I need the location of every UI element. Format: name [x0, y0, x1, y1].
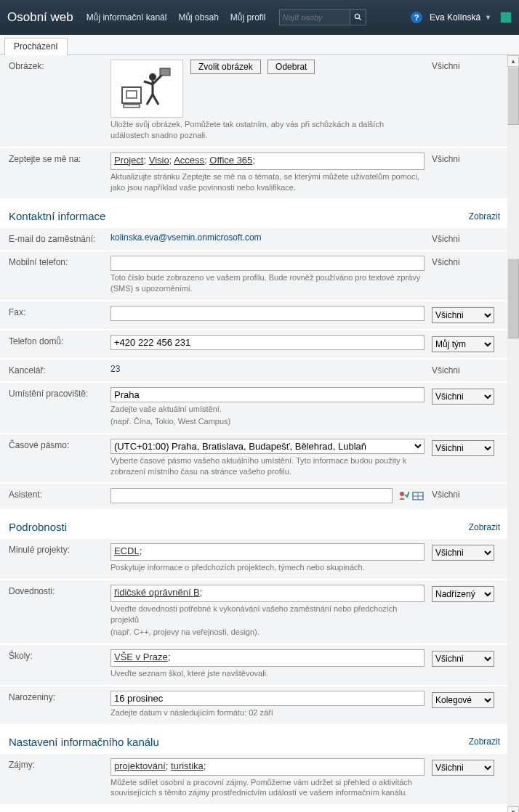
svg-rect-2: [122, 87, 141, 103]
office-value: 23: [110, 364, 120, 374]
row-skills: Dovednosti: řidičské oprávnění B; Uveďte…: [0, 580, 507, 643]
section-contact-info: Kontaktní informace Zobrazit: [0, 200, 507, 228]
mobile-phone-input[interactable]: [110, 256, 425, 271]
svg-point-12: [400, 492, 404, 496]
assistant-input[interactable]: [110, 488, 393, 503]
privacy-static: Všichni: [432, 153, 500, 164]
field-label: Školy:: [9, 649, 110, 661]
check-names-icon[interactable]: [397, 490, 410, 503]
fax-input[interactable]: [110, 306, 425, 321]
privacy-select[interactable]: Všichni: [432, 760, 494, 776]
interests-input[interactable]: projektování; turistika;: [110, 758, 425, 776]
scroll-down-icon[interactable]: ▼: [507, 806, 519, 812]
help-text: Zadejte datum v následujícím formátu: 02…: [110, 707, 425, 718]
privacy-select[interactable]: Všichni: [432, 545, 494, 561]
section-title: Nastavení informačního kanálu: [9, 736, 159, 748]
ask-me-input[interactable]: Project; Visio; Access; Office 365;: [110, 153, 425, 170]
help-text: Zadejte vaše aktuální umístění.: [110, 404, 425, 415]
field-label: E-mail do zaměstnání:: [9, 232, 110, 244]
row-email-notifications: E-mailová oznámení: Upozorňovat, když ně…: [0, 805, 507, 812]
top-navigation-bar: Osobní web Můj informační kanál Můj obsa…: [0, 0, 519, 35]
help-text: (např. C++, projevy na veřejnosti, desig…: [110, 627, 425, 638]
nav-my-feed[interactable]: Můj informační kanál: [86, 12, 167, 23]
svg-point-0: [355, 14, 359, 18]
show-link[interactable]: Zobrazit: [469, 736, 500, 747]
field-label: Obrázek:: [9, 60, 110, 71]
scroll-thumb[interactable]: [507, 67, 519, 125]
field-label: Zeptejte se mě na:: [9, 153, 110, 164]
schools-input[interactable]: VŠE v Praze;: [110, 649, 425, 667]
row-office: Kancelář: 23 Všichni: [0, 360, 507, 381]
home-phone-input[interactable]: [110, 335, 425, 350]
privacy-select[interactable]: Všichni: [432, 307, 494, 323]
choose-picture-button[interactable]: Zvolit obrázek: [190, 60, 261, 74]
svg-rect-4: [124, 105, 140, 107]
remove-picture-button[interactable]: Odebrat: [267, 60, 315, 74]
help-text: Můžete sdílet osobní a pracovní zájmy. P…: [110, 777, 425, 799]
privacy-select[interactable]: Nadřízený: [432, 586, 494, 602]
field-label: Kancelář:: [9, 364, 110, 375]
svg-rect-3: [126, 91, 137, 98]
vertical-scrollbar[interactable]: ▲ ▼: [507, 55, 519, 812]
email-link[interactable]: kolinska.eva@vsemin.onmicrosoft.com: [110, 232, 262, 243]
privacy-static: Všichni: [432, 60, 500, 71]
row-past-projects: Minulé projekty: ECDL; Poskytuje informa…: [0, 539, 507, 579]
field-label: Umístění pracoviště:: [9, 387, 110, 399]
help-icon[interactable]: ?: [411, 12, 422, 23]
row-birthday: Narozeniny: Zadejte datum v následujícím…: [0, 686, 507, 724]
section-details: Podrobnosti Zobrazit: [0, 511, 507, 539]
privacy-select[interactable]: Všichni: [432, 389, 494, 405]
profile-picture-preview: [110, 60, 183, 118]
privacy-select[interactable]: Kolegové: [432, 692, 494, 708]
privacy-select[interactable]: Všichni: [432, 440, 494, 456]
projects-input[interactable]: ECDL;: [110, 543, 425, 561]
profile-edit-form: Obrázek:: [0, 55, 507, 812]
row-mobile-phone: Mobilní telefon: Toto číslo bude zobraze…: [0, 251, 507, 300]
scroll-up-icon[interactable]: ▲: [507, 55, 519, 67]
privacy-static: Všichni: [432, 364, 500, 375]
site-title[interactable]: Osobní web: [7, 10, 73, 25]
tab-browse[interactable]: Procházení: [4, 38, 68, 55]
current-user-menu[interactable]: Eva Kolínská: [430, 12, 480, 23]
field-label: Zájmy:: [9, 758, 110, 770]
help-text: Uveďte seznam škol, které jste navštěvov…: [110, 668, 425, 679]
svg-rect-9: [160, 68, 170, 76]
privacy-static: Všichni: [432, 488, 500, 500]
row-timezone: Časové pásmo: (UTC+01:00) Praha, Bratisl…: [0, 434, 507, 483]
show-link[interactable]: Zobrazit: [469, 211, 500, 222]
privacy-static: Všichni: [432, 232, 500, 244]
field-label: Dovednosti:: [9, 585, 110, 596]
help-text: Uveďte dovednosti potřebné k vykonávání …: [110, 604, 425, 625]
field-label: Narozeniny:: [9, 691, 110, 702]
location-input[interactable]: [110, 387, 425, 402]
privacy-select[interactable]: Všichni: [432, 651, 494, 667]
field-label: Mobilní telefon:: [9, 256, 110, 267]
row-schools: Školy: VŠE v Praze; Uveďte seznam škol, …: [0, 645, 507, 685]
search-input[interactable]: [279, 9, 350, 25]
privacy-select[interactable]: Můj tým: [432, 336, 494, 352]
timezone-select[interactable]: (UTC+01:00) Praha, Bratislava, Budapešť,…: [110, 439, 425, 454]
birthday-input[interactable]: [110, 691, 425, 706]
svg-line-1: [358, 18, 361, 20]
app-launcher-icon[interactable]: [500, 12, 512, 23]
help-text: Uložte svůj obrázek. Pomůžete tak ostatn…: [110, 119, 425, 141]
scroll-thumb[interactable]: [507, 259, 519, 338]
help-text: Aktualizujte stránku Zeptejte se mě na o…: [110, 171, 425, 193]
nav-my-profile[interactable]: Můj profil: [230, 12, 266, 23]
show-link[interactable]: Zobrazit: [469, 522, 500, 532]
help-text: Poskytuje informace o předchozích projek…: [110, 562, 425, 573]
field-label: Minulé projekty:: [9, 543, 110, 555]
ribbon: Procházení: [0, 35, 519, 55]
svg-line-7: [144, 81, 153, 84]
row-assistant: Asistent: Všichni: [0, 484, 507, 509]
section-feed-settings: Nastavení informačního kanálu Zobrazit: [0, 726, 507, 754]
nav-my-content[interactable]: Můj obsah: [178, 12, 218, 23]
help-text: Toto číslo bude zobrazeno ve vašem profi…: [110, 272, 425, 294]
skills-input[interactable]: řidičské oprávnění B;: [110, 585, 425, 602]
privacy-static: Všichni: [432, 256, 500, 267]
section-title: Kontaktní informace: [9, 210, 105, 222]
search-icon[interactable]: [350, 9, 366, 25]
browse-people-icon[interactable]: [411, 490, 425, 503]
chevron-down-icon: ▼: [485, 14, 491, 21]
row-fax: Fax: Všichni: [0, 301, 507, 329]
